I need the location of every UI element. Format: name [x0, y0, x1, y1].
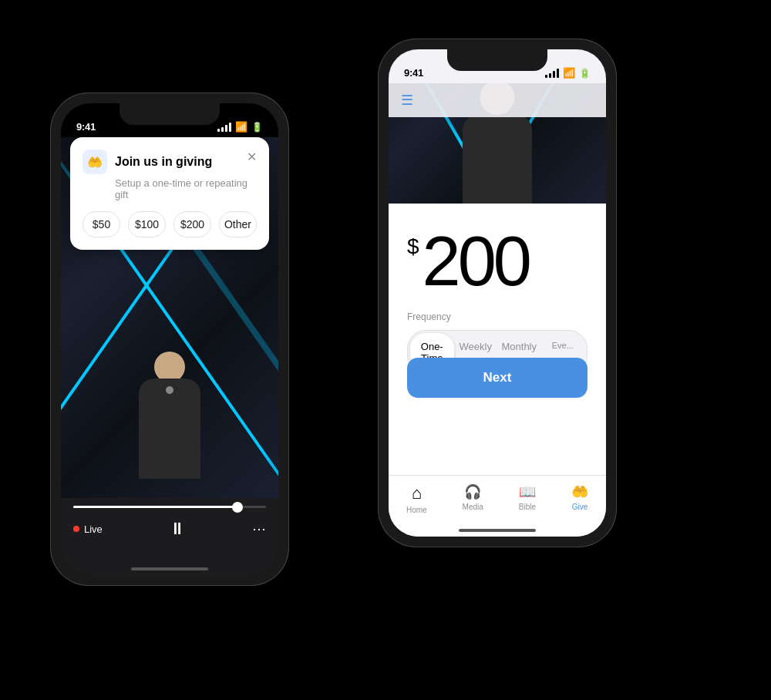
phone-2-time: 9:41: [404, 67, 423, 79]
amount-200[interactable]: $200: [173, 211, 211, 237]
phone-2-notch: [447, 49, 547, 71]
home-icon: ⌂: [412, 483, 422, 503]
person-silhouette: [123, 344, 216, 498]
p2-main-content: $ 200 frequency One-Time Weekly Monthly …: [389, 204, 606, 475]
card-icon-title: 🤲 Join us in giving: [82, 150, 212, 174]
amount-buttons: $50 $100 $200 Other: [82, 211, 257, 237]
progress-fill: [73, 506, 237, 508]
frequency-label: frequency: [407, 311, 588, 322]
wifi-icon: 📶: [235, 121, 247, 133]
giving-overlay-card: 🤲 Join us in giving ✕ Setup a one-time o…: [70, 137, 269, 250]
p2-top-bar: ☰: [389, 83, 606, 117]
p2-battery-icon: 🔋: [579, 68, 591, 79]
close-button[interactable]: ✕: [247, 150, 257, 164]
p2-wifi-icon: 📶: [563, 67, 575, 79]
phone-2: 9:41 📶 🔋: [378, 39, 617, 547]
card-header: 🤲 Join us in giving ✕: [82, 150, 257, 174]
card-subtitle: Setup a one-time or repeating gift: [115, 177, 257, 200]
p1-playback-controls: Live ⏸ ⋯: [61, 498, 278, 575]
card-title: Join us in giving: [115, 155, 212, 169]
bible-icon: 📖: [519, 483, 536, 500]
play-pause-button[interactable]: ⏸: [169, 519, 186, 539]
progress-thumb: [232, 502, 243, 513]
phone-1-time: 9:41: [76, 121, 96, 133]
tab-item-home[interactable]: ⌂ Home: [406, 483, 427, 514]
amount-value: 200: [423, 227, 529, 296]
next-button[interactable]: Next: [407, 358, 588, 398]
phone-1: 9:41 📶 🔋: [50, 93, 289, 586]
tab-bar: ⌂ Home 🎧 Media 📖 Bible 🤲 Give: [389, 475, 606, 537]
signal-icon: [217, 123, 231, 132]
tab-item-give[interactable]: 🤲 Give: [571, 483, 588, 511]
phone-1-screen: 9:41 📶 🔋: [61, 103, 278, 575]
bible-tab-label: Bible: [519, 503, 536, 511]
home-tab-label: Home: [406, 506, 427, 514]
phone-2-status-icons: 📶 🔋: [545, 67, 591, 79]
amount-100[interactable]: $100: [128, 211, 166, 237]
tab-item-media[interactable]: 🎧 Media: [463, 483, 483, 511]
controls-row: Live ⏸ ⋯: [73, 519, 266, 539]
tab-item-bible[interactable]: 📖 Bible: [519, 483, 536, 511]
phone-2-screen: 9:41 📶 🔋: [389, 49, 606, 537]
person-body: [139, 379, 200, 479]
home-indicator: [131, 567, 208, 570]
p2-home-indicator: [459, 529, 536, 532]
progress-bar[interactable]: [73, 506, 266, 508]
giving-icon: 🤲: [82, 150, 107, 174]
amount-display: $ 200: [389, 204, 606, 311]
hamburger-menu[interactable]: ☰: [401, 92, 413, 109]
media-tab-label: Media: [463, 503, 483, 511]
phone-1-notch: [120, 103, 220, 125]
give-tab-label: Give: [572, 503, 588, 511]
battery-icon: 🔋: [251, 122, 263, 133]
p2-signal-icon: [545, 69, 559, 78]
more-options-button[interactable]: ⋯: [252, 520, 266, 537]
amount-50[interactable]: $50: [82, 211, 120, 237]
live-label: Live: [84, 523, 103, 535]
give-icon: 🤲: [571, 483, 588, 500]
phone-1-status-icons: 📶 🔋: [217, 121, 263, 133]
p2-person-body: [463, 115, 532, 204]
scene: 9:41 📶 🔋: [0, 0, 771, 700]
live-indicator: Live: [73, 523, 103, 535]
live-dot: [73, 526, 79, 532]
person-head: [154, 352, 185, 382]
amount-other[interactable]: Other: [219, 211, 257, 237]
dollar-sign: $: [407, 234, 419, 259]
media-icon: 🎧: [464, 483, 481, 500]
